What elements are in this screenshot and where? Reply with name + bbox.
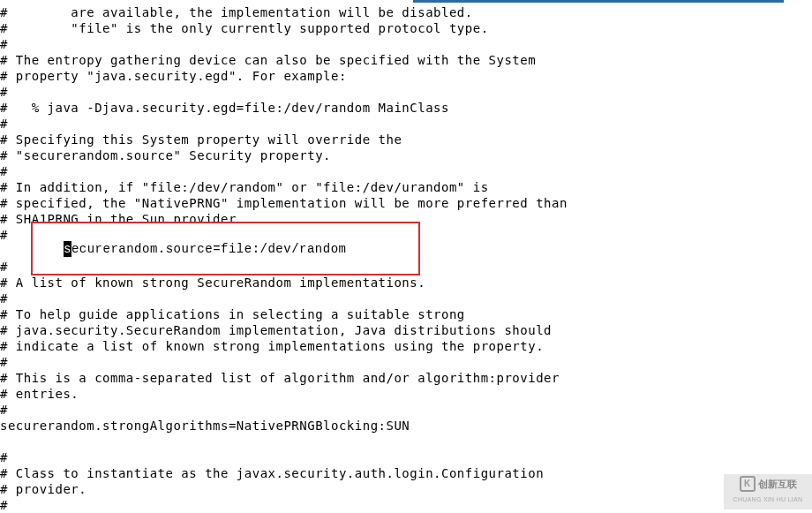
top-progress-fill xyxy=(413,0,784,3)
top-progress-bar xyxy=(0,0,812,3)
highlight-line: securerandom.source=file:/dev/random xyxy=(64,241,346,257)
watermark-glyph-icon: K xyxy=(740,476,756,492)
cursor-character: s xyxy=(64,241,71,257)
highlight-rest: ecurerandom.source=file:/dev/random xyxy=(71,242,347,256)
watermark-logo: K 创新互联 xyxy=(740,476,797,492)
watermark-badge: K 创新互联 CHUANG XIN HU LIAN xyxy=(724,474,812,509)
watermark-text-cn: 创新互联 xyxy=(758,476,797,492)
watermark-text-sub: CHUANG XIN HU LIAN xyxy=(733,492,803,508)
highlight-callout: securerandom.source=file:/dev/random xyxy=(31,222,420,275)
